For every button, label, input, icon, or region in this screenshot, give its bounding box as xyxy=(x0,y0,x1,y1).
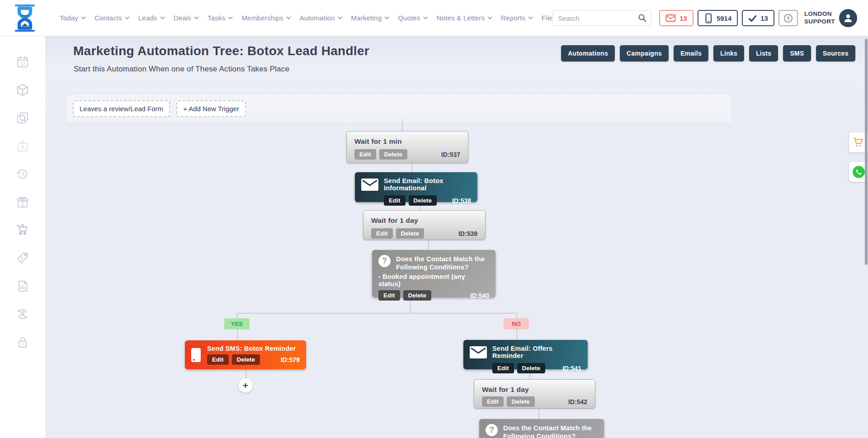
page-subtitle: Start this Automation When one of These … xyxy=(74,65,289,74)
tasks-count: 13 xyxy=(760,14,768,22)
nav-label: Today xyxy=(60,14,78,22)
chevron-down-icon xyxy=(125,16,130,19)
nav-label: Automation xyxy=(300,14,335,22)
links-button[interactable]: Links xyxy=(713,45,744,61)
gift-icon[interactable] xyxy=(16,195,29,209)
delete-button[interactable]: Delete xyxy=(409,195,437,206)
node-id: ID:537 xyxy=(441,151,460,158)
shopping-bag-icon[interactable] xyxy=(16,139,29,153)
search-icon xyxy=(638,14,647,23)
lock-icon[interactable] xyxy=(16,335,29,349)
cart-icon[interactable] xyxy=(16,223,29,237)
nav-label: Notes & Letters xyxy=(437,14,485,22)
delete-button[interactable]: Delete xyxy=(379,149,408,160)
lists-button[interactable]: Lists xyxy=(749,45,778,61)
nav-label: Contacts xyxy=(94,14,122,22)
nav-item-marketing[interactable]: Marketing xyxy=(351,14,390,22)
node-title: Wait for 1 day xyxy=(482,386,587,394)
connector xyxy=(245,369,246,379)
emails-button[interactable]: Emails xyxy=(674,45,708,61)
node-condition-bottom: ? Does the Contact Match the Following C… xyxy=(479,419,604,438)
node-title: Wait for 1 day xyxy=(371,217,477,225)
node-email-541: Send Email: Offers Reminder Edit Delete … xyxy=(463,340,588,369)
edit-button[interactable]: Edit xyxy=(384,195,406,206)
calendar-icon[interactable]: 12 xyxy=(16,55,29,69)
node-wait-542: Wait for 1 day Edit Delete ID:542 xyxy=(474,379,595,409)
toolbar: Automations Campaigns Emails Links Lists… xyxy=(561,45,855,61)
sms-phone-icon xyxy=(191,348,201,362)
nav-item-notes-letters[interactable]: Notes & Letters xyxy=(437,14,492,22)
nav-item-leads[interactable]: Leads xyxy=(138,14,165,22)
messages-badge[interactable]: 13 xyxy=(659,10,693,26)
sources-button[interactable]: Sources xyxy=(816,45,855,61)
delete-button[interactable]: Delete xyxy=(507,396,535,407)
add-new-trigger-button[interactable]: + Add New Trigger xyxy=(176,100,246,117)
nav-label: Tasks xyxy=(208,14,225,22)
hourglass-logo[interactable] xyxy=(14,5,36,32)
edit-button[interactable]: Edit xyxy=(492,363,514,373)
scrollbar-thumb[interactable] xyxy=(865,39,868,265)
chevron-down-icon xyxy=(384,16,389,19)
nav-label: Deals xyxy=(174,14,191,22)
edit-button[interactable]: Edit xyxy=(207,354,229,365)
envelope-icon xyxy=(470,346,487,358)
history-icon[interactable] xyxy=(16,167,29,181)
tasks-badge[interactable]: 13 xyxy=(742,10,774,26)
node-id: ID:539 xyxy=(458,230,477,237)
nav-item-today[interactable]: Today xyxy=(60,14,86,22)
nav-item-memberships[interactable]: Memberships xyxy=(241,14,291,22)
chevron-down-icon xyxy=(487,16,492,19)
delete-button[interactable]: Delete xyxy=(517,363,546,373)
delete-button[interactable]: Delete xyxy=(403,290,432,301)
node-id: ID:540 xyxy=(470,292,489,299)
delete-button[interactable]: Delete xyxy=(232,354,260,365)
sms-button[interactable]: SMS xyxy=(783,45,811,61)
chevron-down-icon xyxy=(286,16,291,19)
check-icon xyxy=(748,14,757,22)
nav-item-reports[interactable]: Reports xyxy=(501,14,533,22)
price-tag-icon[interactable]: $ xyxy=(16,251,29,265)
chevron-down-icon xyxy=(160,16,165,19)
nav-item-contacts[interactable]: Contacts xyxy=(94,14,130,22)
chevron-down-icon xyxy=(423,16,428,19)
nav-item-deals[interactable]: Deals xyxy=(174,14,199,22)
calls-badge[interactable]: 5914 xyxy=(698,10,738,26)
node-title: Send SMS: Botox Reminder xyxy=(207,345,300,352)
edit-button[interactable]: Edit xyxy=(378,290,400,301)
edit-button[interactable]: Edit xyxy=(354,149,376,160)
trigger-leaves-review[interactable]: Leaves a review/Lead Form xyxy=(73,100,170,117)
node-title: Wait for 1 min xyxy=(354,137,460,146)
mobile-phone-icon xyxy=(704,13,713,24)
add-step-button[interactable]: + xyxy=(238,378,253,393)
connector xyxy=(402,119,403,131)
nav-label: Marketing xyxy=(351,14,382,22)
chevron-down-icon xyxy=(338,16,343,19)
connector xyxy=(428,240,429,250)
copy-icon[interactable] xyxy=(16,111,29,125)
nav-item-quotes[interactable]: Quotes xyxy=(398,14,428,22)
edit-button[interactable]: Edit xyxy=(482,396,504,407)
branch-no-label: NO xyxy=(504,318,529,330)
help-badge[interactable]: ? xyxy=(778,10,798,26)
connector xyxy=(237,313,238,318)
person-icon xyxy=(843,13,854,24)
user-sync-icon[interactable] xyxy=(16,307,29,321)
delete-button[interactable]: Delete xyxy=(396,228,425,239)
automations-button[interactable]: Automations xyxy=(561,45,615,61)
chevron-down-icon xyxy=(528,16,533,19)
package-icon[interactable] xyxy=(16,83,29,97)
campaigns-button[interactable]: Campaigns xyxy=(620,45,669,61)
avatar[interactable] xyxy=(839,9,857,27)
nav-label: Quotes xyxy=(398,14,420,22)
nav-label: Leads xyxy=(138,14,157,22)
trigger-panel: Leaves a review/Lead Form + Add New Trig… xyxy=(66,94,732,123)
search-button[interactable] xyxy=(634,11,651,25)
search-input[interactable] xyxy=(552,14,634,22)
nav-item-tasks[interactable]: Tasks xyxy=(208,14,233,22)
report-icon[interactable] xyxy=(16,279,29,293)
topbar-right: 13 5914 13 ? LONDON SUPPORT xyxy=(552,0,857,36)
account-name: LONDON SUPPORT xyxy=(804,10,835,26)
edit-button[interactable]: Edit xyxy=(371,228,393,239)
nav-item-automation[interactable]: Automation xyxy=(300,14,343,22)
node-condition-540: ? Does the Contact Match the Following C… xyxy=(372,250,495,297)
